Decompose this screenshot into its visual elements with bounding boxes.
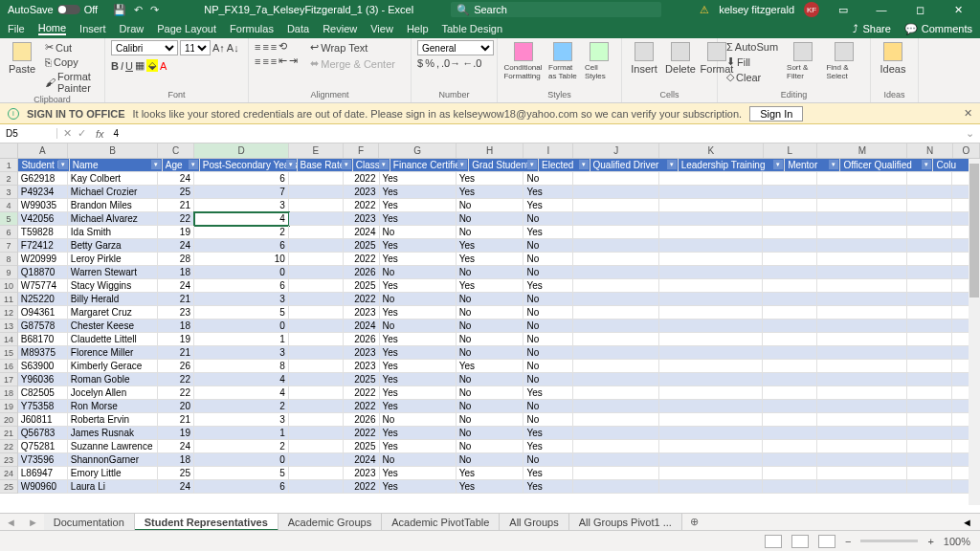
- cell[interactable]: [763, 320, 817, 333]
- search-box[interactable]: 🔍 Search: [451, 2, 661, 17]
- row-header-9[interactable]: 9: [0, 266, 18, 279]
- cell[interactable]: Y75358: [18, 400, 68, 413]
- enter-formula-icon[interactable]: ✓: [78, 127, 86, 140]
- cell[interactable]: [659, 172, 763, 186]
- row-header-2[interactable]: 2: [0, 172, 18, 186]
- cell[interactable]: [289, 373, 344, 386]
- cell[interactable]: 6: [194, 480, 289, 494]
- ribbon-tab-table-design[interactable]: Table Design: [442, 23, 503, 34]
- fill-button[interactable]: ⬇ Fill: [724, 55, 781, 69]
- ribbon-tab-draw[interactable]: Draw: [120, 23, 145, 34]
- cell[interactable]: [289, 212, 344, 226]
- cell[interactable]: Yes: [457, 186, 524, 199]
- col-header-O[interactable]: O: [953, 143, 980, 158]
- cell[interactable]: M89375: [18, 346, 68, 360]
- format-as-table-button[interactable]: Format as Table: [546, 40, 579, 82]
- cell[interactable]: No: [523, 360, 573, 373]
- cell[interactable]: 21: [158, 199, 194, 212]
- cell[interactable]: Roberta Ervin: [68, 413, 158, 427]
- filter-icon[interactable]: ▾: [151, 160, 161, 169]
- cell[interactable]: Betty Garza: [68, 239, 158, 253]
- cell[interactable]: 2022: [344, 480, 380, 494]
- cell[interactable]: W20999: [18, 253, 68, 266]
- filter-icon[interactable]: ▾: [58, 160, 68, 169]
- cell[interactable]: No: [380, 226, 457, 239]
- ribbon-tab-insert[interactable]: Insert: [79, 23, 106, 34]
- cell[interactable]: O94361: [18, 306, 68, 320]
- cell[interactable]: [659, 199, 763, 212]
- cell[interactable]: Yes: [523, 226, 573, 239]
- table-header[interactable]: Class▾: [353, 159, 390, 172]
- table-header[interactable]: Officer Qualified▾: [840, 159, 933, 172]
- row-header-3[interactable]: 3: [0, 186, 18, 199]
- copy-button[interactable]: ⎘ Copy: [42, 55, 99, 69]
- cell[interactable]: [817, 386, 907, 400]
- cell[interactable]: 22: [158, 212, 194, 226]
- cell[interactable]: 24: [158, 239, 194, 253]
- cell[interactable]: No: [457, 293, 524, 306]
- cell[interactable]: [763, 386, 817, 400]
- cell[interactable]: 22: [158, 386, 194, 400]
- minimize-icon[interactable]: —: [867, 4, 896, 15]
- cell[interactable]: Yes: [523, 427, 573, 440]
- row-header-1[interactable]: 1: [0, 159, 18, 172]
- cell[interactable]: 3: [194, 346, 289, 360]
- sheet-tab[interactable]: All Groups Pivot1 ...: [569, 514, 682, 531]
- cell[interactable]: [659, 226, 763, 239]
- cell[interactable]: [659, 440, 763, 453]
- paste-button[interactable]: Paste: [6, 40, 38, 77]
- cell[interactable]: [659, 253, 763, 266]
- wrap-text-button[interactable]: ↩ Wrap Text: [307, 40, 398, 55]
- cell[interactable]: 23: [158, 306, 194, 320]
- cell[interactable]: [659, 333, 763, 346]
- cell[interactable]: [817, 333, 907, 346]
- cell[interactable]: No: [523, 453, 573, 467]
- cell[interactable]: No: [457, 199, 524, 212]
- col-header-B[interactable]: B: [68, 143, 158, 158]
- cell[interactable]: No: [457, 413, 524, 427]
- cell[interactable]: 2: [194, 440, 289, 453]
- cell[interactable]: L86947: [18, 467, 68, 480]
- insert-cells-button[interactable]: Insert: [628, 40, 660, 77]
- cancel-formula-icon[interactable]: ✕: [63, 127, 72, 140]
- cell[interactable]: [817, 279, 907, 293]
- cell[interactable]: No: [523, 266, 573, 279]
- cell[interactable]: 2025: [344, 239, 380, 253]
- cell[interactable]: No: [523, 320, 573, 333]
- cell[interactable]: [289, 440, 344, 453]
- cell[interactable]: [763, 199, 817, 212]
- cell[interactable]: B68170: [18, 333, 68, 346]
- cell[interactable]: Ron Morse: [68, 400, 158, 413]
- cell[interactable]: Chester Keese: [68, 320, 158, 333]
- row-header-7[interactable]: 7: [0, 239, 18, 253]
- cell[interactable]: Yes: [380, 172, 457, 186]
- cell[interactable]: No: [523, 333, 573, 346]
- font-color-button[interactable]: A: [160, 60, 167, 72]
- cell[interactable]: [817, 226, 907, 239]
- cell[interactable]: C82505: [18, 386, 68, 400]
- select-all-corner[interactable]: [0, 143, 18, 158]
- cell[interactable]: [907, 373, 952, 386]
- cell[interactable]: 2025: [344, 440, 380, 453]
- cell[interactable]: 22: [158, 373, 194, 386]
- cell[interactable]: [763, 279, 817, 293]
- cell[interactable]: N25220: [18, 293, 68, 306]
- msgbar-close-icon[interactable]: ✕: [964, 107, 972, 120]
- cell[interactable]: [817, 253, 907, 266]
- cell[interactable]: Jocelyn Allen: [68, 386, 158, 400]
- dec-decimal-icon[interactable]: ←.0: [462, 57, 481, 69]
- cell[interactable]: No: [457, 226, 524, 239]
- cell[interactable]: Ida Smith: [68, 226, 158, 239]
- cell[interactable]: [573, 386, 659, 400]
- row-header-22[interactable]: 22: [0, 440, 18, 453]
- row-header-15[interactable]: 15: [0, 346, 18, 360]
- cell[interactable]: 20: [158, 400, 194, 413]
- cell[interactable]: Billy Herald: [68, 293, 158, 306]
- row-header-5[interactable]: 5: [0, 212, 18, 226]
- cell[interactable]: [289, 253, 344, 266]
- cell[interactable]: 2022: [344, 427, 380, 440]
- cell[interactable]: [659, 346, 763, 360]
- cell[interactable]: 2024: [344, 226, 380, 239]
- sheet-tab[interactable]: Documentation: [44, 514, 135, 531]
- cell[interactable]: 2022: [344, 199, 380, 212]
